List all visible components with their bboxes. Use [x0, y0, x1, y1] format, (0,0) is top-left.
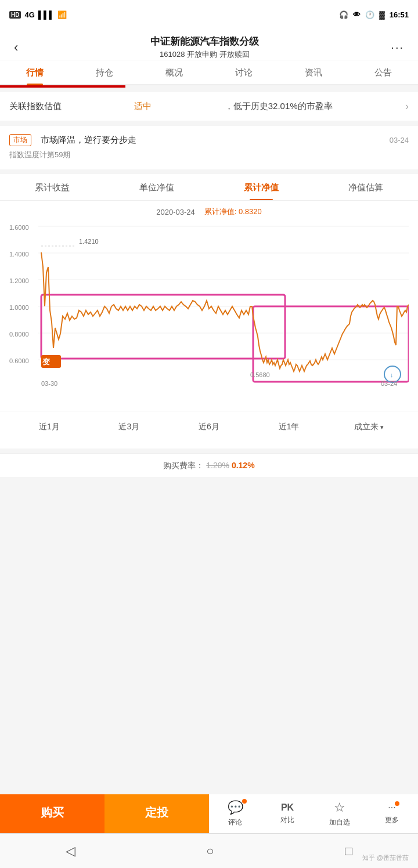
headphones-icon: 🎧	[339, 10, 348, 19]
fee-original: 1.20%	[206, 461, 229, 470]
status-left: HD 4G ▌▌▌ 📶	[9, 10, 67, 19]
svg-text:1.6000: 1.6000	[9, 224, 29, 231]
price-chart: 1.6000 1.4000 1.2000 1.0000 0.8000 0.600…	[9, 220, 409, 406]
compare-button[interactable]: PK 对比	[261, 794, 314, 833]
signal-text: 4G	[24, 10, 34, 19]
chart-sub-tabs: 累计收益 单位净值 累计净值 净值估算	[0, 174, 418, 201]
valuation-prefix: 关联指数估值	[9, 101, 62, 112]
time-display: 16:51	[390, 10, 409, 19]
sub-tab-unit-nav[interactable]: 单位净值	[105, 182, 209, 200]
chart-date-label: 2020-03-24	[156, 208, 195, 216]
wifi-icon: 📶	[57, 10, 67, 19]
time-range-1y[interactable]: 近1年	[249, 418, 329, 436]
compare-label: 对比	[280, 815, 294, 825]
svg-text:↓: ↓	[390, 371, 394, 378]
hd-badge: HD	[9, 11, 21, 19]
nav-home-button[interactable]: ○	[189, 838, 231, 865]
valuation-section[interactable]: 关联指数估值 适中 ，低于历史32.01%的市盈率 ›	[0, 92, 418, 121]
time-range-3m[interactable]: 近3月	[89, 418, 170, 436]
article-title: 市场降温，逆行要分步走	[41, 135, 136, 146]
chart-container[interactable]: 1.6000 1.4000 1.2000 1.0000 0.8000 0.600…	[0, 220, 418, 406]
svg-text:变: 变	[42, 357, 51, 366]
more-dot-badge	[395, 801, 399, 806]
tab-market[interactable]: 行情	[0, 60, 70, 84]
fee-label: 购买费率：	[163, 461, 204, 470]
svg-text:1.2000: 1.2000	[9, 277, 29, 284]
buy-button[interactable]: 购买	[0, 794, 105, 833]
nav-bar: ◁ ○ □ 知乎 @番茄番茄	[0, 833, 418, 868]
svg-text:0.8000: 0.8000	[9, 331, 29, 338]
red-highlight-bar	[0, 85, 418, 88]
chart-value-label: 累计净值: 0.8320	[204, 207, 262, 217]
bottom-action-bar: 购买 定投 💬 评论 PK 对比 ☆ 加自选 ··· 更多	[0, 794, 418, 833]
header: ‹ 中证新能源汽车指数分级 161028 开放申购 开放赎回 ···	[0, 29, 418, 60]
article-subtitle: 指数温度计第59期	[9, 150, 409, 160]
more-button[interactable]: ···	[386, 38, 409, 56]
svg-text:03-30: 03-30	[41, 380, 57, 387]
spacer	[0, 449, 418, 453]
star-icon: ☆	[334, 800, 345, 815]
article-tag: 市场	[9, 134, 31, 146]
compare-icon: PK	[281, 802, 294, 813]
more-icon: ···	[388, 802, 395, 813]
eye-icon: 👁	[353, 10, 361, 19]
battery-icon: ▓	[379, 10, 384, 19]
sub-tab-cumulative-return[interactable]: 累计收益	[0, 182, 105, 200]
svg-text:0.6000: 0.6000	[9, 357, 29, 364]
svg-text:1.0000: 1.0000	[9, 304, 29, 311]
clock-icon: 🕐	[365, 10, 374, 19]
time-range-1m[interactable]: 近1月	[9, 418, 89, 436]
comment-label: 评论	[228, 818, 242, 827]
chart-date-row: 2020-03-24 累计净值: 0.8320	[0, 201, 418, 220]
fee-discounted: 0.12%	[232, 461, 255, 470]
fixed-invest-button[interactable]: 定投	[105, 794, 209, 833]
comment-button[interactable]: 💬 评论	[209, 794, 261, 833]
time-range-6m[interactable]: 近6月	[169, 418, 249, 436]
fee-bar: 购买费率： 1.20% 0.12%	[0, 453, 418, 477]
market-article[interactable]: 市场 市场降温，逆行要分步走 03-24 指数温度计第59期	[0, 126, 418, 169]
svg-text:1.4210: 1.4210	[79, 238, 99, 245]
watchlist-button[interactable]: ☆ 加自选	[314, 794, 366, 833]
svg-rect-14	[41, 295, 285, 359]
back-button[interactable]: ‹	[9, 38, 23, 57]
tab-holdings[interactable]: 持仓	[70, 60, 139, 84]
svg-text:1.4000: 1.4000	[9, 251, 29, 258]
more-actions-button[interactable]: ··· 更多	[366, 794, 418, 833]
header-title: 中证新能源汽车指数分级 161028 开放申购 开放赎回	[23, 35, 386, 60]
time-range-tabs: 近1月 近3月 近6月 近1年 成立来	[0, 411, 418, 443]
signal-bars-icon: ▌▌▌	[38, 10, 55, 19]
valuation-value: 适中	[134, 101, 152, 112]
sub-tab-nav-estimate[interactable]: 净值估算	[314, 182, 418, 200]
comment-icon: 💬	[228, 800, 243, 815]
tab-bar: 行情 持仓 概况 讨论 资讯 公告	[0, 60, 418, 85]
svg-text:0.5680: 0.5680	[250, 371, 270, 378]
svg-text:03-24: 03-24	[381, 380, 397, 387]
valuation-row[interactable]: 关联指数估值 适中 ，低于历史32.01%的市盈率 ›	[0, 92, 418, 121]
tab-discussion[interactable]: 讨论	[209, 60, 279, 84]
comment-dot-badge	[242, 799, 247, 804]
watchlist-label: 加自选	[329, 818, 350, 827]
watermark: 知乎 @番茄番茄	[362, 853, 409, 862]
more-label: 更多	[385, 815, 399, 825]
article-header: 市场 市场降温，逆行要分步走 03-24	[9, 134, 409, 146]
time-range-inception[interactable]: 成立来	[329, 418, 409, 436]
status-bar: HD 4G ▌▌▌ 📶 🎧 👁 🕐 ▓ 16:51	[0, 0, 418, 29]
fund-code: 161028 开放申购 开放赎回	[23, 49, 386, 60]
tab-overview[interactable]: 概况	[139, 60, 209, 84]
chevron-right-icon: ›	[405, 100, 409, 113]
status-right: 🎧 👁 🕐 ▓ 16:51	[339, 10, 409, 19]
fund-name: 中证新能源汽车指数分级	[23, 35, 386, 48]
bottom-icons: 💬 评论 PK 对比 ☆ 加自选 ··· 更多	[209, 794, 418, 833]
article-date: 03-24	[390, 136, 409, 144]
tab-news[interactable]: 资讯	[279, 60, 348, 84]
valuation-desc: ，低于历史32.01%的市盈率	[225, 101, 333, 112]
sub-tab-cumulative-nav[interactable]: 累计净值	[209, 182, 314, 200]
chart-section: 累计收益 单位净值 累计净值 净值估算 2020-03-24 累计净值: 0.8…	[0, 174, 418, 449]
nav-back-button[interactable]: ◁	[48, 838, 93, 865]
tab-announcement[interactable]: 公告	[348, 60, 418, 84]
